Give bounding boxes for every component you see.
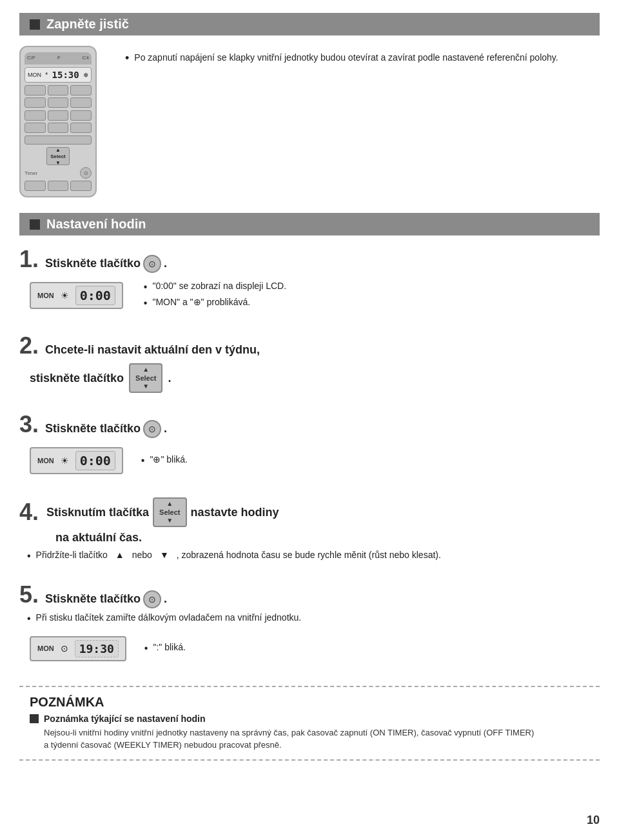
step5-bullet2-text: ":" bliká. <box>153 642 185 652</box>
step4-bullet1-prefix: Přidržíte-li tlačítko <box>36 550 108 560</box>
step1-heading: 1. Stiskněte tlačítko ⊙ . <box>19 246 600 273</box>
step4-text2-span: na aktuální čas. <box>55 531 142 544</box>
bullet-dot1: • <box>125 52 129 64</box>
section1-header: Zapněte jistič <box>19 13 600 35</box>
remote-container: C/FFC4 MON * 15:30 ❄ <box>19 46 110 197</box>
step5-clock-icon: ⊙ <box>143 590 161 608</box>
step1-sun-icon: ☀ <box>61 290 69 301</box>
section2-icon <box>30 219 40 230</box>
page-number: 10 <box>587 814 600 827</box>
step1: 1. Stiskněte tlačítko ⊙ . MON ☀ 0:00 • "… <box>19 246 600 314</box>
remote-btn8 <box>48 110 69 121</box>
remote-bottom-btn3 <box>70 181 92 191</box>
remote-display-area: MON * 15:30 ❄ <box>25 67 92 83</box>
step1-lcd-time: 0:00 <box>75 286 115 305</box>
step3-lcd-day: MON <box>37 457 54 465</box>
remote-btn11 <box>48 123 69 133</box>
intro-bullet1-text: Po zapnutí napájení se klapky vnitřní je… <box>134 52 558 64</box>
remote-btn1 <box>25 85 46 95</box>
remote-illustration: C/FFC4 MON * 15:30 ❄ <box>19 46 97 197</box>
remote-bottom-btn2 <box>48 181 69 191</box>
step4-select-arrow-up: ▲ <box>166 501 173 507</box>
step3-period: . <box>164 422 167 435</box>
step3: 3. Stiskněte tlačítko ⊙ . MON ☀ 0:00 • "… <box>19 411 600 479</box>
remote-circle-btn: ⊙ <box>80 167 92 179</box>
remote-btn10 <box>25 123 46 133</box>
step5: 5. Stiskněte tlačítko ⊙ . • Při stisku t… <box>19 581 600 666</box>
remote-top: C/FFC4 <box>25 52 92 65</box>
step1-clock-icon: ⊙ <box>143 255 161 273</box>
step2-select-btn: ▲ Select ▼ <box>129 363 162 393</box>
step3-lcd: MON ☀ 0:00 <box>30 447 123 474</box>
step1-period: . <box>164 257 167 270</box>
note-sub-header: Poznámka týkající se nastavení hodin <box>30 714 600 724</box>
remote-buttons <box>25 85 92 108</box>
step1-bullets: • "0:00" se zobrazí na displeji LCD. • "… <box>136 278 286 313</box>
step4-select-arrow-down: ▼ <box>166 517 173 524</box>
steps-content: 1. Stiskněte tlačítko ⊙ . MON ☀ 0:00 • "… <box>19 246 600 666</box>
step4-bullet1: • Přidržíte-li tlačítko ▲ nebo ▼ , zobra… <box>27 550 600 563</box>
remote-btn7 <box>25 110 46 121</box>
step4-text2: na aktuální čas. <box>55 531 600 545</box>
remote-btn12 <box>70 123 92 133</box>
page: Zapněte jistič C/FFC4 MON * 15:30 ❄ <box>0 0 619 840</box>
step4-text-before: Stisknutím tlačítka <box>46 506 149 519</box>
step1-text: Stiskněte tlačítko <box>45 257 141 270</box>
section1-icon <box>30 19 40 30</box>
step1-bullet2-text: "MON" a "⊕" problikává. <box>152 297 250 307</box>
step5-heading: 5. Stiskněte tlačítko ⊙ . <box>19 581 600 608</box>
remote-select-btn: ▲ Select ▼ <box>46 147 70 165</box>
step4-bullet1-suffix: , zobrazená hodnota času se bude rychle … <box>177 550 441 560</box>
step2-text-before: Chcete-li nastavit aktuální den v týdnu, <box>45 343 260 357</box>
remote-btn9 <box>70 110 92 121</box>
intro-text: • Po zapnutí napájení se klapky vnitřní … <box>125 46 600 69</box>
step3-lcd-time: 0:00 <box>75 451 115 470</box>
note-title: POZNÁMKA <box>30 695 600 710</box>
step1-bullet2: • "MON" a "⊕" problikává. <box>144 297 286 310</box>
step5-sun-icon: ⊙ <box>61 643 68 654</box>
remote-wide-btn <box>25 135 92 145</box>
step2: 2. Chcete-li nastavit aktuální den v týd… <box>19 332 600 393</box>
step2-heading: 2. Chcete-li nastavit aktuální den v týd… <box>19 332 600 359</box>
step5-bullet1-text: Při stisku tlačítek zamiřte dálkovým ovl… <box>36 612 302 623</box>
step3-clock-icon: ⊙ <box>143 420 161 438</box>
note-text2: a týdenní časovač (WEEKLY TIMER) nebudou… <box>44 739 600 752</box>
note-sq-icon <box>30 714 39 723</box>
step1-bullet1: • "0:00" se zobrazí na displeji LCD. <box>144 281 286 294</box>
step2-select-label: Select <box>135 374 156 382</box>
select-arrow-up: ▲ <box>142 366 149 373</box>
step3-bullet1-text: "⊕" bliká. <box>150 454 188 465</box>
step2-press-row: stiskněte tlačítko ▲ Select ▼ . <box>30 363 600 393</box>
step4: 4. Stisknutím tlačítka ▲ Select ▼ nastav… <box>19 497 600 563</box>
select-arrow-down: ▼ <box>142 383 149 390</box>
step5-lcd-time: 19:30 <box>75 640 119 657</box>
remote-wide-btn-row <box>25 135 92 145</box>
step4-text-after: nastavte hodiny <box>191 506 279 519</box>
step5-lcd-day: MON <box>37 645 54 652</box>
step1-bullet1-text: "0:00" se zobrazí na displeji LCD. <box>152 281 286 291</box>
remote-btn4 <box>25 97 46 108</box>
step4-select-btn: ▲ Select ▼ <box>153 497 186 527</box>
intro-bullet1: • Po zapnutí napájení se klapky vnitřní … <box>125 52 600 64</box>
remote-btn5 <box>48 97 69 108</box>
step5-text: Stiskněte tlačítko <box>45 592 141 606</box>
intro-block: C/FFC4 MON * 15:30 ❄ <box>19 46 600 197</box>
remote-time: 15:30 <box>52 70 79 80</box>
remote-bottom-btn1 <box>25 181 46 191</box>
step4-bullet1-middle: nebo <box>132 550 152 560</box>
section2-title: Nastavení hodin <box>46 217 146 232</box>
step2-period: . <box>168 372 171 385</box>
step5-bullet2: • ":" bliká. <box>144 642 186 655</box>
step5-period: . <box>164 592 167 606</box>
step4-up-arrow: ▲ <box>115 550 124 560</box>
step4-select-label: Select <box>159 508 180 516</box>
note-text1: Nejsou-li vnitřní hodiny vnitřní jednotk… <box>44 726 600 739</box>
remote-select-area: ▲ Select ▼ <box>25 147 92 165</box>
remote-timer-row: Timer ⊙ <box>25 167 92 179</box>
step1-number: 1. <box>19 246 39 273</box>
remote-btn2 <box>48 85 69 95</box>
note-sub-title: Poznámka týkající se nastavení hodin <box>44 714 206 724</box>
step3-heading: 3. Stiskněte tlačítko ⊙ . <box>19 411 600 438</box>
step1-lcd-day: MON <box>37 292 54 299</box>
step5-lcd: MON ⊙ 19:30 <box>30 636 126 661</box>
